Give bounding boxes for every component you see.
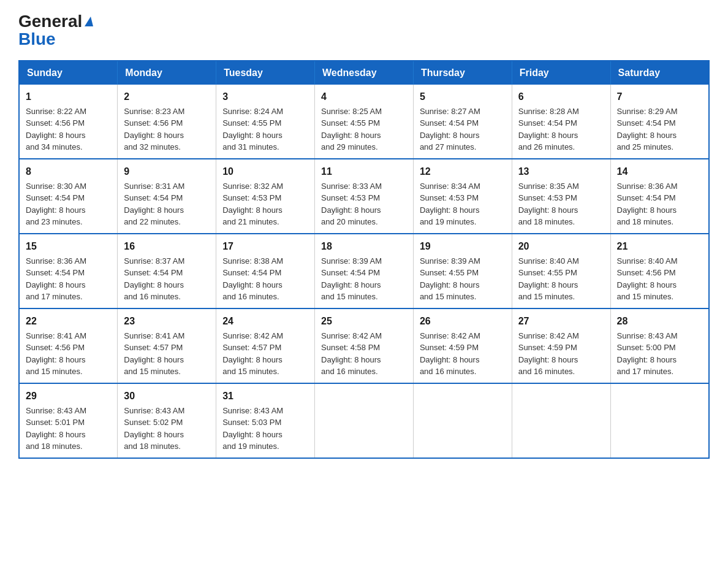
day-sunset: Sunset: 4:55 PM (321, 118, 380, 128)
day-number: 27 (518, 314, 604, 329)
calendar-cell: 26 Sunrise: 8:42 AM Sunset: 4:59 PM Dayl… (413, 308, 512, 383)
day-sunrise: Sunrise: 8:43 AM (222, 406, 283, 415)
day-daylight-minutes: and 15 minutes. (518, 292, 575, 301)
day-daylight: Daylight: 8 hours (124, 355, 184, 364)
day-number: 14 (617, 164, 702, 179)
header-sunday: Sunday (19, 61, 118, 85)
day-number: 12 (420, 164, 506, 179)
day-number: 26 (420, 314, 506, 329)
calendar-cell (512, 383, 610, 458)
day-daylight: Daylight: 8 hours (222, 205, 282, 215)
calendar-cell: 2 Sunrise: 8:23 AM Sunset: 4:56 PM Dayli… (118, 85, 216, 159)
calendar-cell: 13 Sunrise: 8:35 AM Sunset: 4:53 PM Dayl… (512, 159, 610, 234)
logo: General Blue (18, 12, 93, 49)
day-number: 1 (26, 90, 111, 104)
day-sunrise: Sunrise: 8:41 AM (26, 331, 86, 340)
day-daylight: Daylight: 8 hours (420, 205, 480, 215)
day-sunrise: Sunrise: 8:43 AM (26, 406, 86, 415)
day-sunset: Sunset: 4:54 PM (420, 118, 479, 128)
day-daylight-minutes: and 16 minutes. (321, 367, 378, 376)
day-sunrise: Sunrise: 8:35 AM (518, 182, 579, 191)
logo-blue-text: Blue (18, 30, 93, 49)
day-daylight-minutes: and 19 minutes. (222, 442, 279, 451)
day-sunrise: Sunrise: 8:39 AM (321, 256, 382, 266)
day-daylight: Daylight: 8 hours (222, 355, 282, 364)
day-daylight-minutes: and 15 minutes. (26, 367, 83, 376)
day-number: 17 (222, 239, 308, 254)
day-number: 6 (518, 90, 604, 104)
day-daylight: Daylight: 8 hours (26, 205, 86, 215)
day-daylight: Daylight: 8 hours (617, 280, 677, 289)
calendar-cell: 18 Sunrise: 8:39 AM Sunset: 4:54 PM Dayl… (315, 234, 414, 308)
calendar-week-row: 8 Sunrise: 8:30 AM Sunset: 4:54 PM Dayli… (19, 159, 709, 234)
day-number: 11 (321, 164, 407, 179)
day-sunrise: Sunrise: 8:25 AM (321, 107, 382, 116)
calendar-table: Sunday Monday Tuesday Wednesday Thursday… (18, 60, 710, 459)
calendar-cell: 28 Sunrise: 8:43 AM Sunset: 5:00 PM Dayl… (610, 308, 709, 383)
calendar-cell: 10 Sunrise: 8:32 AM Sunset: 4:53 PM Dayl… (216, 159, 315, 234)
calendar-cell: 5 Sunrise: 8:27 AM Sunset: 4:54 PM Dayli… (413, 85, 512, 159)
day-daylight-minutes: and 15 minutes. (124, 367, 181, 376)
calendar-cell: 19 Sunrise: 8:39 AM Sunset: 4:55 PM Dayl… (413, 234, 512, 308)
day-sunrise: Sunrise: 8:34 AM (420, 182, 480, 191)
calendar-cell: 11 Sunrise: 8:33 AM Sunset: 4:53 PM Dayl… (315, 159, 414, 234)
day-daylight: Daylight: 8 hours (321, 280, 381, 289)
day-sunrise: Sunrise: 8:42 AM (222, 331, 283, 340)
calendar-cell: 9 Sunrise: 8:31 AM Sunset: 4:54 PM Dayli… (118, 159, 216, 234)
header-friday: Friday (512, 61, 610, 85)
day-sunset: Sunset: 4:56 PM (26, 118, 85, 128)
calendar-cell (315, 383, 414, 458)
day-sunset: Sunset: 4:54 PM (26, 193, 85, 202)
day-sunset: Sunset: 4:55 PM (518, 268, 577, 277)
day-daylight-minutes: and 21 minutes. (222, 217, 279, 226)
day-number: 5 (420, 90, 506, 104)
day-number: 20 (518, 239, 604, 254)
day-daylight-minutes: and 27 minutes. (420, 142, 477, 151)
day-number: 13 (518, 164, 604, 179)
day-sunset: Sunset: 4:53 PM (222, 193, 281, 202)
day-sunset: Sunset: 4:56 PM (124, 118, 183, 128)
calendar-cell: 14 Sunrise: 8:36 AM Sunset: 4:54 PM Dayl… (610, 159, 709, 234)
calendar-week-row: 15 Sunrise: 8:36 AM Sunset: 4:54 PM Dayl… (19, 234, 709, 308)
calendar-cell: 21 Sunrise: 8:40 AM Sunset: 4:56 PM Dayl… (610, 234, 709, 308)
calendar-cell: 24 Sunrise: 8:42 AM Sunset: 4:57 PM Dayl… (216, 308, 315, 383)
day-sunrise: Sunrise: 8:42 AM (518, 331, 579, 340)
calendar-week-row: 22 Sunrise: 8:41 AM Sunset: 4:56 PM Dayl… (19, 308, 709, 383)
day-daylight: Daylight: 8 hours (321, 355, 381, 364)
calendar-cell: 15 Sunrise: 8:36 AM Sunset: 4:54 PM Dayl… (19, 234, 118, 308)
day-number: 3 (222, 90, 308, 104)
day-daylight-minutes: and 34 minutes. (26, 142, 83, 151)
day-daylight-minutes: and 16 minutes. (518, 367, 575, 376)
day-sunset: Sunset: 4:54 PM (26, 268, 85, 277)
day-daylight-minutes: and 18 minutes. (124, 442, 181, 451)
day-daylight: Daylight: 8 hours (420, 280, 480, 289)
day-daylight: Daylight: 8 hours (420, 131, 480, 140)
day-sunset: Sunset: 4:59 PM (518, 343, 577, 352)
day-daylight: Daylight: 8 hours (26, 280, 86, 289)
calendar-cell: 6 Sunrise: 8:28 AM Sunset: 4:54 PM Dayli… (512, 85, 610, 159)
day-sunrise: Sunrise: 8:38 AM (222, 256, 283, 266)
day-sunrise: Sunrise: 8:27 AM (420, 107, 480, 116)
day-daylight-minutes: and 19 minutes. (420, 217, 477, 226)
day-sunset: Sunset: 4:54 PM (124, 193, 183, 202)
day-daylight-minutes: and 17 minutes. (617, 367, 674, 376)
day-sunrise: Sunrise: 8:37 AM (124, 256, 184, 266)
day-daylight: Daylight: 8 hours (321, 205, 381, 215)
day-sunrise: Sunrise: 8:36 AM (26, 256, 86, 266)
calendar-cell: 12 Sunrise: 8:34 AM Sunset: 4:53 PM Dayl… (413, 159, 512, 234)
day-sunset: Sunset: 4:55 PM (222, 118, 281, 128)
day-sunset: Sunset: 4:56 PM (26, 343, 85, 352)
calendar-cell (413, 383, 512, 458)
day-number: 7 (617, 90, 702, 104)
day-daylight-minutes: and 18 minutes. (617, 217, 674, 226)
calendar-cell: 25 Sunrise: 8:42 AM Sunset: 4:58 PM Dayl… (315, 308, 414, 383)
day-daylight-minutes: and 23 minutes. (26, 217, 83, 226)
day-daylight: Daylight: 8 hours (518, 355, 578, 364)
day-daylight-minutes: and 16 minutes. (124, 292, 181, 301)
day-daylight-minutes: and 15 minutes. (321, 292, 378, 301)
day-daylight-minutes: and 17 minutes. (26, 292, 83, 301)
day-number: 28 (617, 314, 702, 329)
day-sunset: Sunset: 4:55 PM (420, 268, 479, 277)
page-header: General Blue (18, 12, 710, 49)
day-daylight-minutes: and 25 minutes. (617, 142, 674, 151)
